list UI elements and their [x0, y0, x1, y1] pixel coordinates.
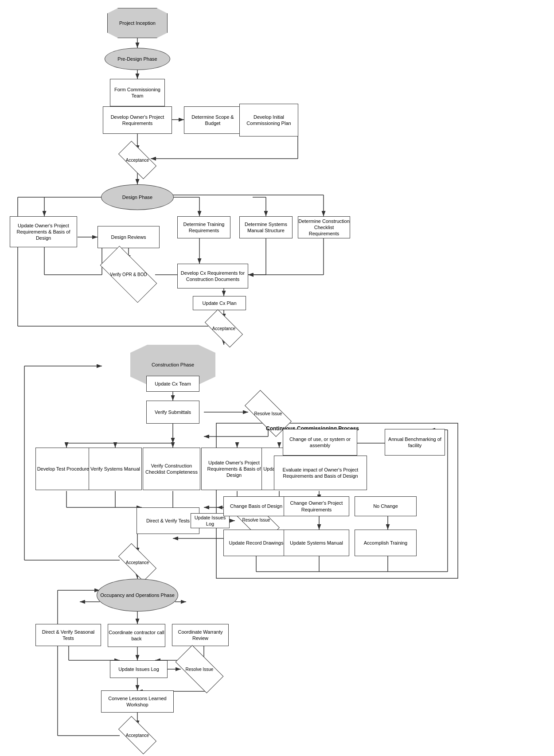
form-commissioning-team: Form Commissioning Team — [110, 79, 165, 106]
update-cx-plan: Update Cx Plan — [193, 296, 246, 310]
acceptance4-diamond: Acceptance — [118, 716, 156, 754]
direct-verify-tests: Direct & Verify Tests — [137, 507, 199, 534]
develop-owners-project: Develop Owner's Project Requirements — [103, 106, 172, 134]
coordinate-contractor: Coordinate contractor call back — [108, 624, 165, 647]
project-inception: Project Inception — [107, 8, 168, 38]
predesign-phase: Pre-Design Phase — [105, 48, 170, 70]
change-of-use: Change of use, or system or assembly — [283, 429, 357, 456]
no-change: No Change — [355, 496, 417, 516]
develop-initial-cx-plan: Develop Initial Commissioning Plan — [239, 104, 298, 136]
acceptance2-diamond: Acceptance — [205, 309, 243, 347]
flowchart-container: Project Inception Pre-Design Phase Form … — [0, 0, 554, 756]
determine-scope-budget: Determine Scope & Budget — [184, 106, 242, 134]
develop-test-procedures: Develop Test Procedures — [35, 448, 93, 490]
update-owners-req-bod: Update Owner's Project Requirements & Ba… — [201, 448, 267, 490]
verify-opr-bod-diamond: Verify OPR & BOD — [100, 246, 157, 303]
design-phase: Design Phase — [101, 184, 174, 210]
annual-benchmarking: Annual Benchmarking of facility — [385, 429, 445, 456]
determine-systems-manual: Determine Systems Manual Structure — [239, 216, 293, 238]
accomplish-training: Accomplish Training — [355, 530, 417, 556]
direct-verify-seasonal: Direct & Verify Seasonal Tests — [35, 624, 101, 646]
change-basis-design: Change Basis of Design — [223, 496, 289, 516]
determine-construction-checklist: Determine Construction Checklist Require… — [298, 216, 350, 238]
acceptance1-diamond: Acceptance — [118, 141, 156, 179]
update-issues-log3: Update Issues Log — [110, 660, 168, 678]
acceptance3-diamond: Acceptance — [118, 543, 156, 581]
update-record-drawings: Update Record Drawings — [223, 530, 289, 556]
update-systems-manual: Update Systems Manual — [284, 530, 349, 556]
occupancy-phase: Occupancy and Operations Phase — [97, 579, 178, 612]
coordinate-warranty: Coordinate Warranty Review — [172, 624, 229, 646]
determine-training-req: Determine Training Requirements — [177, 216, 230, 238]
develop-cx-req: Develop Cx Requirements for Construction… — [177, 264, 248, 288]
update-cx-team: Update Cx Team — [146, 376, 199, 392]
verify-submittals: Verify Submittals — [146, 401, 199, 424]
design-reviews: Design Reviews — [98, 226, 160, 248]
verify-construction-checklist: Verify Construction Checklist Completene… — [143, 448, 200, 490]
resolve-issue3-diamond: Resolve Issue — [176, 645, 224, 694]
verify-systems-manual: Verify Systems Manual — [89, 448, 142, 490]
update-owners-req-design: Update Owner's Project Requirements & Ba… — [10, 216, 77, 247]
evaluate-impact: Evaluate impact of Owner's Project Requi… — [274, 456, 367, 490]
change-owners-req: Change Owner's Project Requirements — [284, 496, 349, 516]
convene-lessons-workshop: Convene Lessons Learned Workshop — [101, 690, 174, 713]
